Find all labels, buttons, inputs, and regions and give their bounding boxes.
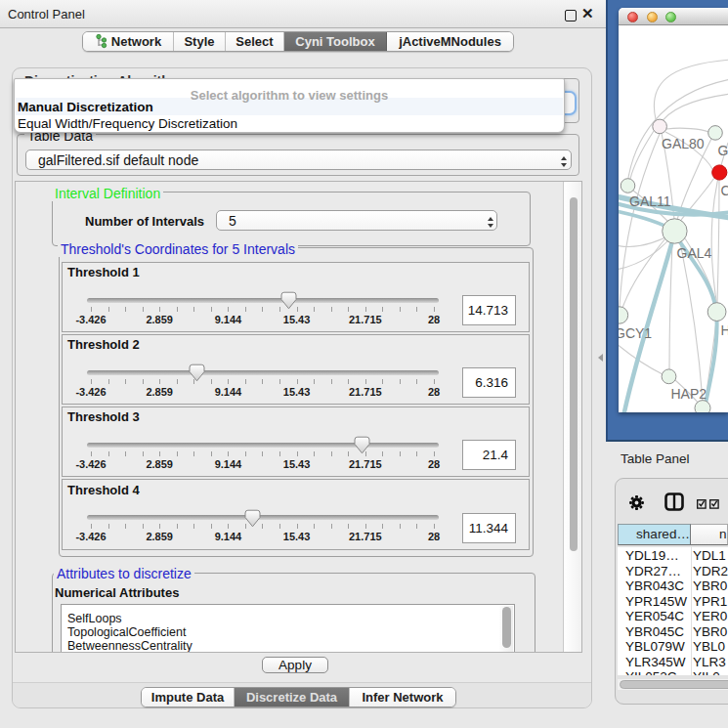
svg-text:GAL4: GAL4 <box>677 245 712 261</box>
svg-text:GAL80: GAL80 <box>662 136 705 151</box>
svg-text:GA: GA <box>718 143 728 158</box>
svg-text:GAL11: GAL11 <box>629 193 671 209</box>
svg-text:C: C <box>721 183 728 198</box>
svg-text:GCY1: GCY1 <box>619 325 652 341</box>
svg-text:H: H <box>721 322 728 338</box>
svg-text:HAP2: HAP2 <box>671 386 707 402</box>
